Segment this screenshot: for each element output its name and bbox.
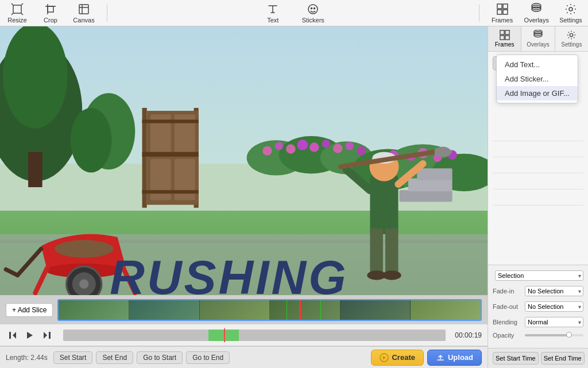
set-end-time-button[interactable]: Set End Time: [541, 352, 585, 365]
upload-button[interactable]: Upload: [427, 350, 482, 366]
svg-rect-16: [497, 4, 502, 9]
svg-point-45: [262, 146, 272, 155]
svg-rect-95: [500, 30, 504, 34]
add-sticker-item[interactable]: Add Sticker...: [497, 72, 578, 86]
frames-tab[interactable]: Frames: [491, 3, 514, 24]
svg-rect-97: [500, 36, 504, 40]
settings-panel-tab[interactable]: Settings: [555, 26, 588, 51]
canvas-tool[interactable]: Canvas: [72, 3, 95, 24]
toolbar-separator-2: [479, 5, 479, 22]
svg-rect-37: [150, 159, 171, 200]
svg-rect-83: [370, 228, 383, 276]
crop-tool[interactable]: Crop: [39, 3, 62, 24]
set-time-buttons: Set Start Time Set End Time: [488, 348, 588, 368]
right-panel: Frames Overlays Settings: [488, 26, 588, 368]
blending-label: Blending: [493, 319, 523, 326]
overlays-panel-tab[interactable]: Overlays: [521, 26, 555, 51]
strip-frame-2: [129, 300, 200, 320]
top-toolbar: Resize Crop Canvas Text: [0, 0, 588, 26]
opacity-slider-fill: [525, 334, 572, 336]
create-icon: [380, 353, 389, 362]
settings-icon: [566, 30, 577, 40]
frames-panel-tab[interactable]: Frames: [488, 26, 521, 51]
fade-in-select[interactable]: No Selection: [525, 286, 583, 296]
overlays-tab[interactable]: Overlays: [524, 3, 549, 24]
svg-marker-91: [44, 332, 47, 339]
set-start-button[interactable]: Set Start: [53, 351, 93, 364]
toolbar-separator-1: [107, 5, 107, 22]
settings-tab[interactable]: Settings: [559, 3, 582, 24]
timeline-controls: 00:00:19: [0, 324, 488, 346]
opacity-label: Opacity: [493, 332, 523, 339]
go-to-end-text-button[interactable]: Go to End: [186, 351, 230, 364]
svg-point-31: [71, 108, 112, 173]
video-strip: [57, 299, 482, 321]
main-content: RUSHING + Add Slice: [0, 26, 588, 368]
play-pause-button[interactable]: [23, 328, 37, 342]
svg-point-52: [345, 142, 353, 150]
resize-tool[interactable]: Resize: [6, 3, 29, 24]
right-toolbar-group: Frames Overlays Settings: [491, 3, 582, 24]
blending-wrapper: Normal: [525, 316, 583, 327]
time-display: 00:00:19: [455, 331, 482, 339]
length-label: Length: 2.44s: [6, 354, 48, 362]
empty-row-3: [493, 160, 583, 173]
strip-playhead: [299, 300, 301, 320]
selection-row: Selection: [493, 270, 583, 281]
svg-point-47: [286, 144, 295, 153]
svg-rect-65: [400, 190, 452, 202]
svg-rect-29: [28, 152, 42, 187]
fade-in-row: Fade-in No Selection: [493, 285, 583, 296]
overlay-list-area: [493, 127, 583, 206]
svg-rect-18: [497, 10, 502, 14]
go-to-start-text-button[interactable]: Go to Start: [137, 351, 183, 364]
svg-rect-19: [503, 10, 508, 14]
strip-frame-6: [411, 300, 481, 320]
svg-rect-17: [503, 4, 508, 9]
overlays-icon: [533, 30, 543, 40]
frames-icon: [500, 30, 510, 40]
canvas-container: RUSHING: [0, 26, 488, 295]
fade-out-label: Fade-out: [493, 303, 523, 310]
opacity-slider[interactable]: [525, 334, 583, 336]
add-text-item[interactable]: Add Text...: [497, 57, 578, 72]
opacity-slider-thumb[interactable]: [566, 332, 572, 338]
fade-out-select[interactable]: No Selection: [525, 301, 583, 312]
empty-row-4: [493, 176, 583, 189]
strip-frame-3: [200, 300, 270, 320]
svg-rect-89: [9, 332, 11, 339]
add-slice-button[interactable]: + Add Slice: [6, 303, 53, 317]
selection-end-marker: [320, 300, 321, 320]
timeline-track: [63, 330, 446, 341]
selection-wrapper: Selection: [495, 270, 583, 281]
svg-rect-66: [408, 179, 452, 192]
svg-rect-40: [142, 119, 199, 123]
svg-rect-96: [505, 30, 509, 34]
selection-select[interactable]: Selection: [495, 270, 583, 281]
video-area: RUSHING + Add Slice: [0, 26, 488, 368]
svg-point-51: [333, 144, 342, 153]
blending-select[interactable]: Normal: [525, 317, 583, 327]
timeline-scrubber[interactable]: [63, 330, 446, 341]
svg-line-4: [21, 13, 23, 15]
panel-tabs: Frames Overlays Settings: [488, 26, 588, 52]
svg-point-102: [570, 33, 573, 36]
timeline-playhead[interactable]: [224, 328, 225, 342]
svg-point-53: [357, 146, 366, 155]
add-image-gif-item[interactable]: Add Image or GIF...: [497, 86, 578, 100]
create-button[interactable]: Create: [371, 350, 423, 366]
set-start-time-button[interactable]: Set Start Time: [493, 352, 539, 365]
svg-point-23: [569, 7, 572, 11]
text-tool[interactable]: Text: [261, 3, 284, 24]
svg-rect-10: [79, 5, 88, 14]
fade-in-label: Fade-in: [493, 288, 523, 295]
stickers-tool[interactable]: Stickers: [301, 3, 324, 24]
go-to-end-button[interactable]: [40, 328, 54, 342]
set-end-button[interactable]: Set End: [96, 351, 133, 364]
svg-rect-0: [13, 5, 21, 13]
svg-point-48: [297, 140, 308, 150]
go-to-start-button[interactable]: [6, 328, 20, 342]
empty-row-5: [493, 192, 583, 206]
svg-rect-7: [48, 6, 53, 12]
svg-point-50: [322, 140, 330, 148]
